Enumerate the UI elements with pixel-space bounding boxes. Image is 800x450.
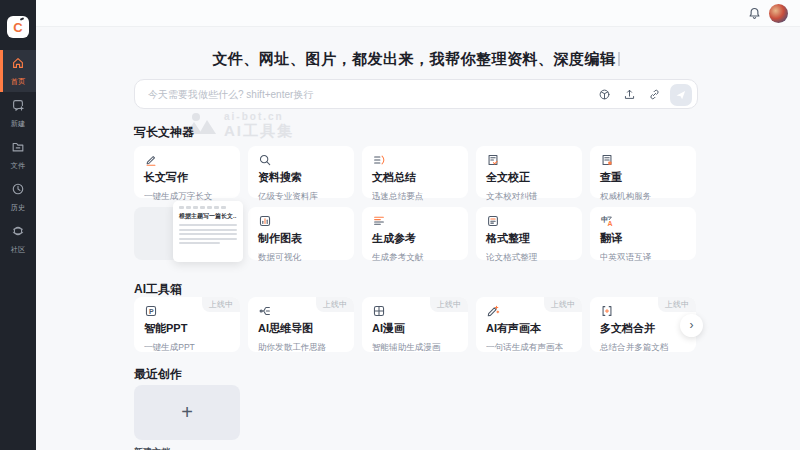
- card-subtitle: 中英双语互译: [600, 251, 682, 263]
- card-subtitle: 一键生成PPT: [144, 341, 226, 353]
- sidebar-item-label: 首页: [11, 76, 25, 86]
- card-references[interactable]: 生成参考 生成参考文献: [362, 207, 468, 260]
- planet-icon: [11, 224, 25, 242]
- watermark: ai-bot.cn AI工具集: [186, 110, 294, 142]
- card-title: 制作图表: [258, 231, 344, 246]
- new-chat-icon: [11, 98, 25, 116]
- card-title: 翻译: [600, 231, 686, 246]
- text-caret: [618, 52, 620, 66]
- card-title: 全文校正: [486, 170, 572, 185]
- watermark-line2: AI工具集: [224, 122, 294, 141]
- card-subtitle: 智能辅助生成漫画: [372, 341, 454, 353]
- card-title: 多文档合并: [600, 321, 686, 336]
- main-content: 文件、网址、图片，都发出来，我帮你整理资料、深度编辑 ai-bot.cn AI工…: [134, 0, 698, 450]
- sidebar-item-label: 文件: [11, 160, 25, 170]
- new-doc-label: 新建文档: [134, 446, 170, 450]
- card-subtitle: 迅速总结要点: [372, 190, 454, 202]
- card-subtitle: 论文格式整理: [486, 251, 568, 263]
- search-action-icons: [598, 80, 661, 108]
- new-creation-button[interactable]: +: [134, 385, 240, 440]
- card-title: 资料搜索: [258, 170, 344, 185]
- card-long-writing[interactable]: 长文写作 一键生成万字长文: [134, 146, 240, 198]
- sidebar-item-label: 历史: [11, 202, 25, 212]
- card-title: 智能PPT: [144, 321, 230, 336]
- sidebar-item-history[interactable]: 历史: [0, 176, 36, 218]
- user-avatar[interactable]: [769, 4, 788, 23]
- card-subtitle: 一句话生成有声画本: [486, 341, 568, 353]
- card-doc-summary[interactable]: 文档总结 迅速总结要点: [362, 146, 468, 198]
- prompt-searchbox: [134, 79, 698, 109]
- summary-icon: [372, 153, 458, 167]
- sidebar-item-label: 新建: [11, 118, 25, 128]
- proofread-icon: [486, 153, 572, 167]
- translate-icon: 中A: [600, 214, 686, 228]
- page-title: 文件、网址、图片，都发出来，我帮你整理资料、深度编辑: [134, 50, 698, 69]
- globe-icon[interactable]: [598, 88, 611, 101]
- topbar: [36, 0, 800, 27]
- sidebar-item-new[interactable]: 新建: [0, 92, 36, 134]
- section-title-recent: 最近创作: [134, 366, 182, 383]
- card-title: 文档总结: [372, 170, 458, 185]
- card-plagiarism[interactable]: 查重 权威机构服务: [590, 146, 696, 198]
- card-subtitle: 总结合并多篇文档: [600, 341, 682, 353]
- card-subtitle: 亿级专业资料库: [258, 190, 340, 202]
- card-mindmap[interactable]: AI思维导图 助你发散工作思路 上线中: [248, 297, 354, 352]
- sidebar: C 首页新建文件历史社区: [0, 0, 36, 450]
- card-make-chart[interactable]: 制作图表 数据可视化: [248, 207, 354, 260]
- card-audiobook[interactable]: AI有声画本 一句话生成有声画本 上线中: [476, 297, 582, 352]
- link-icon[interactable]: [648, 88, 661, 101]
- status-badge: 上线中: [658, 297, 696, 312]
- card-title: 长文写作: [144, 170, 230, 185]
- chevron-right-icon[interactable]: ›: [680, 314, 703, 337]
- logo-letter: C: [13, 20, 22, 35]
- sidebar-item-label: 社区: [11, 244, 25, 254]
- chart-icon: [258, 214, 344, 228]
- card-title: AI漫画: [372, 321, 458, 336]
- preview-toolbar: [179, 206, 237, 209]
- preview-text-line: [179, 238, 237, 240]
- status-badge: 上线中: [430, 297, 468, 312]
- preview-text-line: [179, 224, 237, 226]
- section-title-toolbox: AI工具箱: [134, 281, 182, 298]
- app-logo[interactable]: C: [7, 16, 29, 38]
- sidebar-item-files[interactable]: 文件: [0, 134, 36, 176]
- card-translate[interactable]: 中A 翻译 中英双语互译: [590, 207, 696, 260]
- card-format[interactable]: 格式整理 论文格式整理: [476, 207, 582, 260]
- svg-text:P: P: [149, 308, 154, 315]
- sidebar-nav: 首页新建文件历史社区: [0, 50, 36, 260]
- card-subtitle: 生成参考文献: [372, 251, 454, 263]
- bell-icon[interactable]: [747, 6, 762, 21]
- card-subtitle: 文本校对纠错: [486, 190, 568, 202]
- watermark-line1: ai-bot.cn: [224, 111, 294, 122]
- search-doc-icon: [258, 153, 344, 167]
- preview-title: 根据主题写一篇长文..: [179, 212, 237, 221]
- status-badge: 上线中: [316, 297, 354, 312]
- status-badge: 上线中: [202, 297, 240, 312]
- card-title: 生成参考: [372, 231, 458, 246]
- svg-text:A: A: [607, 220, 612, 227]
- section-title-writer: 写长文神器: [134, 124, 194, 141]
- card-title: AI有声画本: [486, 321, 572, 336]
- prompt-input[interactable]: [148, 80, 528, 108]
- clock-icon: [11, 182, 25, 200]
- format-icon: [486, 214, 572, 228]
- send-button[interactable]: [670, 84, 692, 106]
- reference-icon: [372, 214, 458, 228]
- card-comic[interactable]: AI漫画 智能辅助生成漫画 上线中: [362, 297, 468, 352]
- card-title: AI思维导图: [258, 321, 344, 336]
- card-material-search[interactable]: 资料搜索 亿级专业资料库: [248, 146, 354, 198]
- upload-icon[interactable]: [623, 88, 636, 101]
- card-proofread[interactable]: 全文校正 文本校对纠错: [476, 146, 582, 198]
- card-title: 查重: [600, 170, 686, 185]
- card-smart-ppt[interactable]: P 智能PPT 一键生成PPT 上线中: [134, 297, 240, 352]
- status-badge: 上线中: [544, 297, 582, 312]
- plus-icon: +: [181, 401, 193, 424]
- sidebar-item-home[interactable]: 首页: [0, 50, 36, 92]
- folder-icon: [11, 140, 25, 158]
- card-subtitle: 助你发散工作思路: [258, 341, 340, 353]
- check-doc-icon: [600, 153, 686, 167]
- preview-text-line: [179, 233, 237, 235]
- sidebar-item-community[interactable]: 社区: [0, 218, 36, 260]
- send-plane-icon: [675, 89, 687, 101]
- preview-text-line: [179, 242, 220, 244]
